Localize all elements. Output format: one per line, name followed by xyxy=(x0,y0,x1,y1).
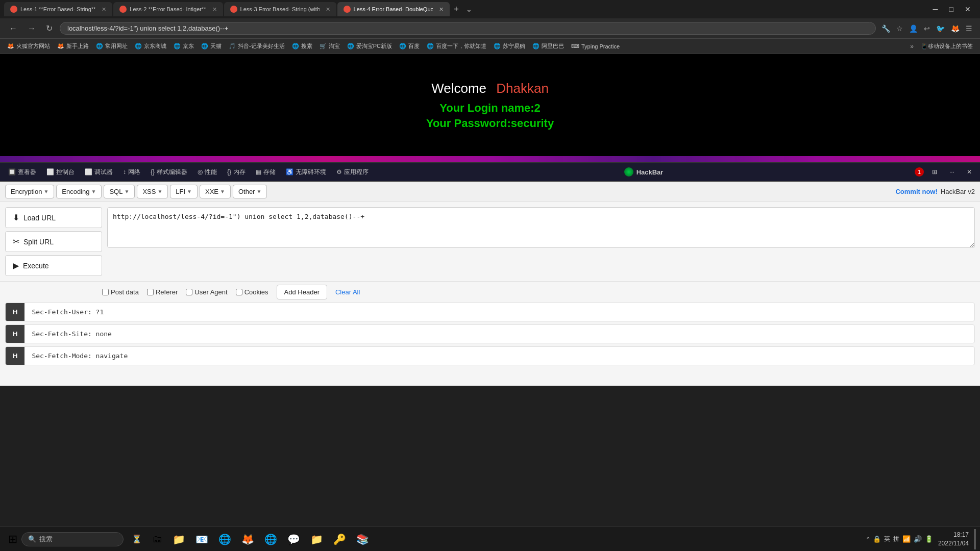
clear-all-button[interactable]: Clear All xyxy=(335,288,360,296)
add-header-button[interactable]: Add Header xyxy=(277,285,327,299)
tab-2[interactable]: Less-2 **Error Based- Intiger** ✕ xyxy=(113,2,223,16)
referer-checkbox-group[interactable]: Referer xyxy=(147,288,178,296)
menu-other[interactable]: Other ▼ xyxy=(233,185,267,198)
bookmark-changyong[interactable]: 🌐常用网址 xyxy=(93,41,131,51)
taskbar-app-explorer[interactable]: 📁 xyxy=(306,531,327,547)
more-tools-button[interactable]: ··· xyxy=(945,166,959,178)
bookmark-alibaba[interactable]: 🌐阿里巴巴 xyxy=(529,41,567,51)
bookmark-douyin[interactable]: 🎵抖音-记录美好生活 xyxy=(226,41,288,51)
taskbar-time[interactable]: 18:17 2022/11/04 xyxy=(938,531,969,548)
devtool-inspector[interactable]: 🔲 查看器 xyxy=(4,166,40,179)
devtool-accessibility[interactable]: ♿ 无障碍环境 xyxy=(282,166,330,179)
tab-4[interactable]: Less-4 Error Based- DoubleQuot... ✕ xyxy=(337,2,450,16)
menu-lfi[interactable]: LFI ▼ xyxy=(170,185,198,198)
password-value: security xyxy=(511,117,554,130)
bookmark-mobile[interactable]: 📱移动设备上的书签 xyxy=(918,41,976,51)
url-textarea[interactable]: http://localhost/less-4/?id=-1") union s… xyxy=(107,207,975,248)
cookies-checkbox[interactable] xyxy=(236,289,242,295)
tab-1[interactable]: Less-1 **Error Based- String** ✕ xyxy=(4,2,112,16)
devtool-performance[interactable]: ◎ 性能 xyxy=(193,166,221,179)
bookmark-jd[interactable]: 🌐京东 xyxy=(170,41,197,51)
maximize-button[interactable]: □ xyxy=(944,4,959,14)
devtool-memory[interactable]: {} 内存 xyxy=(223,166,250,179)
devtool-network[interactable]: ↕ 网络 xyxy=(119,166,144,179)
taskbar-app-folder[interactable]: 🗂 xyxy=(148,531,166,547)
split-url-button[interactable]: ✂ Split URL xyxy=(5,231,102,252)
bookmark-suning[interactable]: 🌐苏宁易购 xyxy=(491,41,528,51)
bookmark-search[interactable]: 🌐搜索 xyxy=(289,41,315,51)
devtool-style-editor[interactable]: {} 样式编辑器 xyxy=(146,166,191,179)
devtool-console[interactable]: ⬜ 控制台 xyxy=(42,166,79,179)
load-url-button[interactable]: ⬇ Load URL xyxy=(5,207,102,228)
referer-checkbox[interactable] xyxy=(147,289,154,295)
devtool-apps[interactable]: ⚙ 应用程序 xyxy=(332,166,373,179)
address-input[interactable] xyxy=(60,22,876,35)
bookmark-typing[interactable]: ⌨Typing Practice xyxy=(568,42,623,51)
tab-overflow-button[interactable]: ⌄ xyxy=(463,5,475,13)
commit-now-link[interactable]: Commit now! xyxy=(895,188,937,195)
bookmark-taobao[interactable]: 🛒淘宝 xyxy=(316,41,343,51)
post-data-checkbox-group[interactable]: Post data xyxy=(102,288,139,296)
menu-xxe[interactable]: XXE ▼ xyxy=(200,185,231,198)
back-button[interactable]: ← xyxy=(6,22,20,35)
menu-encoding[interactable]: Encoding ▼ xyxy=(56,185,102,198)
tray-arrow[interactable]: ^ xyxy=(867,535,870,543)
taskbar-app-edge[interactable]: 🌐 xyxy=(214,531,235,547)
tab-3-label: Less-3 Error Based- String (with ... xyxy=(240,6,320,12)
bookmark-xinshou[interactable]: 🦊新手上路 xyxy=(54,41,92,51)
taskbar-app-wps[interactable]: 📚 xyxy=(352,531,373,547)
reload-button[interactable]: ↻ xyxy=(43,21,56,35)
start-button[interactable]: ⊞ xyxy=(4,531,21,548)
bookmark-icon[interactable]: ☆ xyxy=(895,23,904,34)
encryption-label: Encryption xyxy=(11,188,42,195)
firefox-icon[interactable]: 🦊 xyxy=(949,23,961,34)
tab-4-close[interactable]: ✕ xyxy=(439,6,444,13)
new-tab-button[interactable]: + xyxy=(451,4,462,15)
taskbar-app-chrome[interactable]: 🌐 xyxy=(260,531,281,547)
taskbar-app-mail[interactable]: 📧 xyxy=(191,531,212,547)
close-devtools-button[interactable]: ✕ xyxy=(963,166,976,178)
user-agent-checkbox-group[interactable]: User Agent xyxy=(186,288,227,296)
bookmark-jd-mall[interactable]: 🌐京东商城 xyxy=(132,41,169,51)
bookmark-tmall[interactable]: 🌐天猫 xyxy=(198,41,225,51)
responsive-view-button[interactable]: ⊞ xyxy=(928,166,941,178)
back-history-icon[interactable]: ↩ xyxy=(922,23,932,34)
devtool-debugger[interactable]: ⬜ 调试器 xyxy=(81,166,117,179)
tab-2-close[interactable]: ✕ xyxy=(212,6,217,13)
cookies-checkbox-group[interactable]: Cookies xyxy=(236,288,268,296)
close-button[interactable]: ✕ xyxy=(960,4,976,14)
tray-wifi-icon[interactable]: 📶 xyxy=(902,535,911,543)
post-data-checkbox[interactable] xyxy=(102,289,109,295)
execute-button[interactable]: ▶ Execute xyxy=(5,255,102,276)
bookmarks-more-button[interactable]: » xyxy=(907,42,917,51)
twitter-icon[interactable]: 🐦 xyxy=(935,23,946,34)
bookmark-huohu[interactable]: 🦊火狐官方网站 xyxy=(4,41,53,51)
tray-volume-icon[interactable]: 🔊 xyxy=(914,535,922,543)
menu-icon[interactable]: ☰ xyxy=(964,23,974,34)
taskbar-app-files[interactable]: 📁 xyxy=(168,531,189,547)
user-agent-checkbox[interactable] xyxy=(186,289,192,295)
taskbar-app-firefox[interactable]: 🦊 xyxy=(237,531,258,547)
menu-sql[interactable]: SQL ▼ xyxy=(104,185,135,198)
menu-encryption[interactable]: Encryption ▼ xyxy=(5,185,54,198)
tray-battery-icon[interactable]: 🔋 xyxy=(925,535,933,543)
extensions-icon[interactable]: 🔧 xyxy=(880,23,892,34)
clear-all-label: Clear All xyxy=(335,288,360,296)
login-name-line: Your Login name:2 xyxy=(439,102,541,115)
bookmark-baiduyixia[interactable]: 🌐百度一下，你就知道 xyxy=(424,41,489,51)
taskbar-app-wechat[interactable]: 💬 xyxy=(283,531,304,547)
tab-1-close[interactable]: ✕ xyxy=(102,6,106,13)
forward-button[interactable]: → xyxy=(24,22,39,35)
tab-3[interactable]: Less-3 Error Based- String (with ... ✕ xyxy=(224,2,336,16)
taskbar-app-kapersky[interactable]: 🔑 xyxy=(329,531,350,547)
devtool-storage[interactable]: ▦ 存储 xyxy=(252,166,280,179)
bookmark-aitaobao[interactable]: 🌐爱淘宝PC新版 xyxy=(344,41,395,51)
taskbar-search[interactable]: 🔍 搜索 xyxy=(21,532,124,546)
profile-icon[interactable]: 👤 xyxy=(908,23,919,34)
menu-xss[interactable]: XSS ▼ xyxy=(137,185,168,198)
bookmark-baidu[interactable]: 🌐百度 xyxy=(396,41,423,51)
show-desktop-button[interactable] xyxy=(974,529,976,549)
tab-3-close[interactable]: ✕ xyxy=(326,6,330,13)
minimize-button[interactable]: ─ xyxy=(928,4,943,14)
taskbar-app-loading[interactable]: ⏳ xyxy=(128,532,146,546)
